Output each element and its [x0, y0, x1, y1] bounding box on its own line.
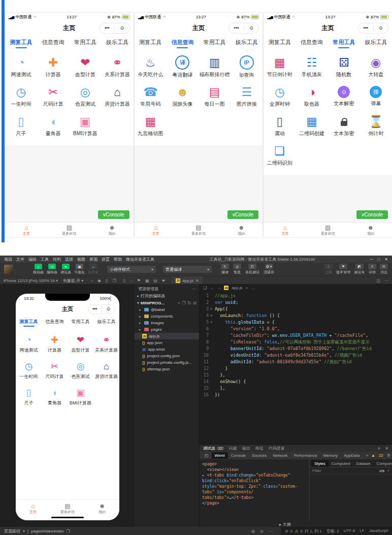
tab-常用工具[interactable]: 常用工具 [69, 35, 101, 50]
tool-item-尺码计算[interactable]: ✂尺码计算 [42, 357, 68, 383]
new-file-icon[interactable]: + [178, 301, 180, 305]
tab-娱乐工具[interactable]: 娱乐工具 [231, 35, 263, 50]
user-avatar[interactable] [4, 265, 13, 274]
tool-item-弹幕[interactable]: 弹弹幕 [360, 81, 392, 111]
devtools-tab-Performance[interactable]: Performance [291, 452, 320, 459]
styles-filter-input[interactable]: Filter [312, 468, 321, 473]
dropdown-小程序模式[interactable]: 小程序模式▾ [107, 266, 156, 273]
wxml-line[interactable]: </page> [202, 500, 307, 506]
tab-常用工具[interactable]: 常用工具 [328, 35, 360, 50]
close-target-icon[interactable]: ⊙ [115, 23, 129, 33]
grid-icon[interactable]: ▦ [145, 278, 149, 283]
nav-back-icon[interactable]: ← [210, 286, 214, 290]
styles-tab-Computed[interactable]: Computed [329, 460, 353, 467]
action-详情[interactable]: ≡详情 [368, 264, 376, 275]
tab-测算工具[interactable]: 测算工具 [264, 35, 296, 50]
tool-item-随机数[interactable]: ⚄随机数 [328, 52, 360, 81]
wxml-tree[interactable]: <page> <view></view>▸ <t-tabs bind:chang… [200, 460, 310, 527]
more-icon[interactable]: ⋯ [269, 529, 273, 533]
devtools-tab-Sources[interactable]: Sources [249, 452, 270, 459]
window-close-button[interactable]: ✕ [384, 257, 388, 262]
close-target-icon[interactable]: ⊙ [102, 304, 115, 314]
tool-item-文本加密[interactable]: 文本加密 [328, 111, 360, 140]
fold-caret-icon[interactable]: ∨ [210, 319, 215, 326]
window-minimize-button[interactable]: ─ [370, 257, 373, 262]
panel-tab-终端[interactable]: 终端 [255, 446, 264, 451]
new-folder-icon[interactable]: ❐ [182, 301, 185, 305]
menu-item-界面[interactable]: 界面 [89, 257, 97, 262]
bookmark-icon[interactable]: ❏ [203, 286, 207, 290]
tool-item-福布斯排行榜[interactable]: ▥福布斯排行榜 [199, 52, 231, 81]
device-frame-icon[interactable]: ▯ [106, 278, 108, 283]
nav-forward-icon[interactable]: → [217, 286, 221, 290]
tool-item-二维码识别[interactable]: ❏二维码识别 [264, 140, 296, 170]
action-编译[interactable]: ↻编译 [221, 264, 229, 275]
split-editor-icon[interactable]: ◫ [376, 278, 380, 283]
more-menu-icon[interactable]: ••• [88, 304, 102, 314]
styles-tab-Dataset[interactable]: Dataset [353, 460, 374, 467]
wxml-line[interactable]: <view></view> [202, 467, 307, 473]
vconsole-button[interactable]: vConsole [356, 210, 388, 219]
tab-娱乐工具[interactable]: 娱乐工具 [102, 35, 134, 50]
tab-信息查询[interactable]: 信息查询 [296, 35, 328, 50]
more-menu-icon[interactable]: ••• [229, 23, 244, 33]
file-project.config.json[interactable]: {}project.config.json [135, 353, 199, 359]
file-@babel[interactable]: ▸@babel [135, 306, 199, 313]
tabbar-item-我的[interactable]: ☻我的 [349, 223, 392, 237]
wxml-line[interactable]: tabs/tabs">…</t-tabs> [202, 495, 307, 500]
tool-item-震动[interactable]: ▯震动 [264, 111, 296, 140]
tabbar-item-主页[interactable]: ⌂主页 [16, 500, 50, 517]
tool-item-尺码计算[interactable]: ✂尺码计算 [37, 81, 69, 111]
tool-item-血型计算[interactable]: ❤血型计算 [68, 330, 93, 357]
capsule-button[interactable]: •••⊙ [100, 23, 130, 34]
copy-icon[interactable]: ❐ [67, 529, 70, 533]
tabbar-item-更多好玩[interactable]: ▤更多好玩 [177, 223, 220, 237]
rotate-icon[interactable]: ○ [90, 278, 93, 283]
tool-item-尺子[interactable]: ▯尺子 [16, 383, 42, 410]
tool-item-每日一图[interactable]: ▤每日一图 [199, 81, 231, 111]
tool-item-量角器[interactable]: ◖量角器 [37, 111, 69, 140]
menu-item-设置[interactable]: 设置 [102, 257, 110, 262]
menu-item-编辑[interactable]: 编辑 [28, 257, 37, 262]
phone-preview-icon[interactable]: ▯ [123, 278, 125, 283]
tab-信息查询[interactable]: 信息查询 [167, 35, 199, 50]
tool-item-色盲测试[interactable]: ◎色盲测试 [69, 81, 101, 111]
menu-item-文件[interactable]: 文件 [16, 257, 24, 262]
wxml-line[interactable]: ▸ <t-tabs bind:change="onTabsChange" bin… [202, 473, 307, 484]
tool-item-房贷计算器[interactable]: ⌂房贷计算器 [101, 81, 133, 111]
panel-tab-输出[interactable]: 输出 [242, 446, 250, 451]
tabbar-item-主页[interactable]: ⌂主页 [264, 223, 306, 237]
devtools-tab-Console[interactable]: Console [228, 452, 249, 459]
styles-tab-Component Data[interactable]: Component Data [373, 460, 392, 467]
close-tab-icon[interactable]: ✕ [195, 278, 199, 283]
menu-item-工具[interactable]: 工具 [41, 257, 49, 262]
record-icon[interactable]: ◉ [97, 278, 101, 283]
action-上传[interactable]: ↥上传 [324, 264, 333, 275]
action-测试号[interactable]: ◩测试号 [354, 264, 365, 275]
devtools-tab-Network[interactable]: Network [270, 452, 290, 459]
add-style-icon[interactable]: + [387, 468, 389, 473]
search-icon[interactable]: ◌ [130, 278, 133, 283]
project-root-row[interactable]: ▾ MINIPROG... +❐↻⊟ [135, 299, 199, 306]
tool-item-倒计时[interactable]: ⌛倒计时 [360, 111, 392, 140]
tool-item-九宫格切图[interactable]: ▦九宫格切图 [135, 111, 167, 140]
eye-icon[interactable]: ◎ [260, 529, 264, 533]
page-path-label[interactable]: 页面路径 [4, 528, 20, 534]
tool-item-血型计算[interactable]: ❤血型计算 [69, 52, 101, 81]
tool-item-今天吃什么[interactable]: ♨今天吃什么 [135, 52, 167, 81]
tabbar-item-更多好玩[interactable]: ▤更多好玩 [48, 223, 90, 237]
devtools-tab-AppData[interactable]: AppData [341, 452, 363, 459]
tool-item-取色器[interactable]: ◑取色器 [296, 81, 328, 111]
more-menu-icon[interactable]: ••• [100, 23, 115, 33]
status-item[interactable]: UTF-8 [344, 528, 355, 534]
action-真机调试[interactable]: ◰真机调试 [245, 264, 259, 275]
tab-常用工具[interactable]: 常用工具 [199, 35, 231, 50]
tab-测算工具[interactable]: 测算工具 [16, 315, 42, 328]
tool-item-Ip查询[interactable]: IPIp查询 [231, 52, 263, 81]
close-target-icon[interactable]: ⊙ [244, 23, 259, 33]
devtools-tab-Memory[interactable]: Memory [320, 452, 341, 459]
explorer-more-icon[interactable]: ⋯ [191, 287, 195, 291]
tabbar-item-我的[interactable]: ☻我的 [220, 223, 263, 237]
open-editors-section[interactable]: ▸ 打开的编辑器 [135, 293, 199, 299]
status-item[interactable]: 空格: 2 [326, 528, 339, 534]
